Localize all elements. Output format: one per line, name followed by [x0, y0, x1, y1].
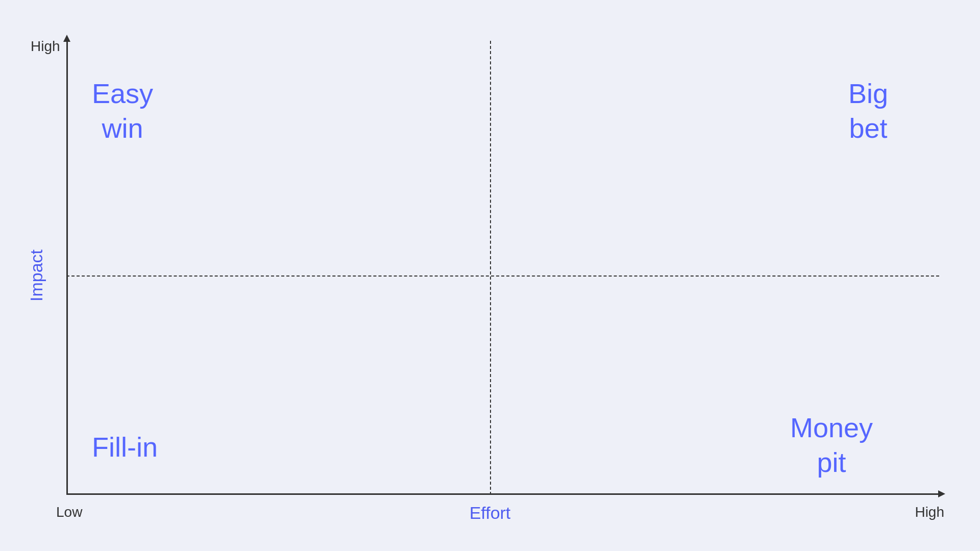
- x-axis: [66, 493, 939, 495]
- money-pit-label: Moneypit: [790, 411, 873, 480]
- y-axis-high-label: High: [31, 38, 60, 55]
- impact-label: Impact: [27, 249, 46, 302]
- dashed-vertical-line: [490, 41, 491, 495]
- x-axis-low-label: Low: [56, 504, 82, 520]
- x-axis-high-label: High: [915, 504, 944, 520]
- easy-win-label: Easywin: [92, 77, 153, 145]
- fill-in-label: Fill-in: [92, 430, 158, 465]
- chart-container: High Low High Effort Impact Easywin Bigb…: [26, 26, 954, 525]
- effort-label: Effort: [470, 503, 511, 523]
- dashed-horizontal-line: [66, 276, 939, 277]
- y-axis: [66, 41, 68, 495]
- big-bet-label: Bigbet: [848, 77, 888, 145]
